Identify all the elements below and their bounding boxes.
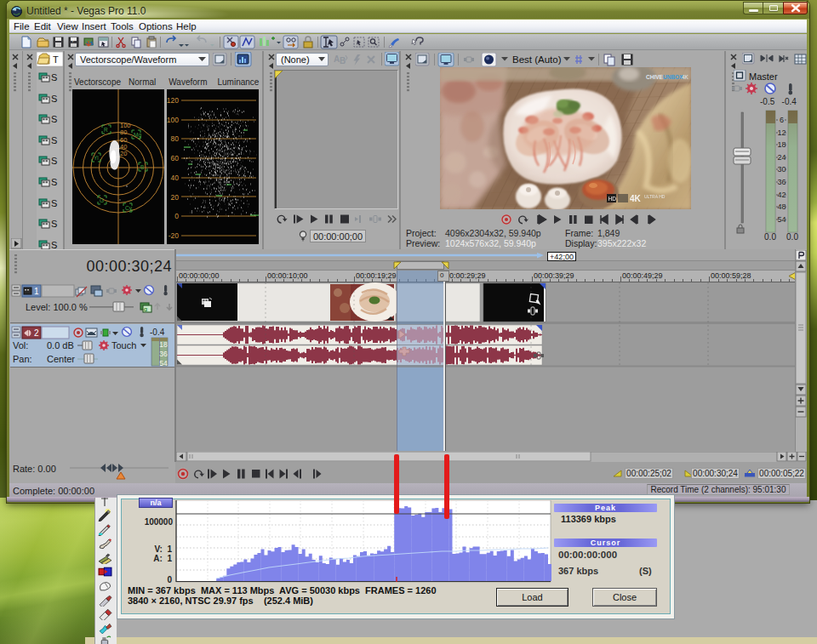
- svg-text:120: 120: [167, 96, 179, 105]
- svg-text:36: 36: [159, 350, 168, 358]
- svg-text:0.0 dB: 0.0 dB: [47, 340, 74, 350]
- svg-text:S: S: [51, 219, 57, 229]
- svg-text:Best (Auto): Best (Auto): [512, 54, 562, 65]
- svg-text:54: 54: [159, 359, 168, 367]
- svg-text:60: 60: [171, 154, 180, 162]
- svg-text:-0.4: -0.4: [150, 328, 165, 337]
- svg-text:S: S: [51, 72, 57, 83]
- svg-text:CHIVE: CHIVE: [646, 74, 664, 80]
- svg-text:?: ?: [71, 38, 74, 43]
- svg-text:00:00:29;29: 00:00:29;29: [445, 271, 486, 280]
- svg-text:S: S: [51, 198, 57, 208]
- svg-text:6: 6: [780, 116, 784, 124]
- svg-text:1: 1: [34, 287, 39, 296]
- svg-text:20: 20: [171, 193, 180, 202]
- svg-text:4K: 4K: [682, 74, 689, 80]
- svg-text:S: S: [51, 94, 57, 104]
- svg-text:0.0: 0.0: [764, 232, 776, 242]
- svg-text:2: 2: [34, 328, 39, 338]
- svg-text:00:00:49;29: 00:00:49;29: [622, 271, 663, 280]
- svg-text:0.0: 0.0: [786, 232, 798, 242]
- svg-text:Level: 100.0 %: Level: 100.0 %: [26, 302, 88, 312]
- svg-text:B: B: [140, 164, 144, 170]
- svg-text:R: R: [104, 127, 108, 133]
- svg-text:00:00:00;00: 00:00:00;00: [179, 271, 220, 280]
- svg-text:T: T: [53, 54, 59, 65]
- svg-text:Center: Center: [47, 354, 75, 364]
- svg-text:80: 80: [171, 134, 180, 143]
- svg-text:Touch: Touch: [111, 340, 136, 350]
- svg-text:S: S: [51, 135, 57, 145]
- svg-text:80: 80: [120, 128, 127, 136]
- svg-text:Vol:: Vol:: [13, 340, 28, 350]
- svg-text:-20: -20: [169, 231, 180, 240]
- svg-text:00:00:39;29: 00:00:39;29: [534, 271, 574, 280]
- svg-text:40: 40: [171, 174, 180, 182]
- svg-text:00:00:19;29: 00:00:19;29: [356, 271, 397, 280]
- svg-text:Pan:: Pan:: [13, 354, 32, 364]
- svg-text:100: 100: [167, 116, 179, 124]
- svg-text:HD: HD: [608, 196, 617, 202]
- svg-text:α: α: [144, 306, 147, 312]
- svg-text:4K: 4K: [630, 194, 642, 203]
- svg-text:S: S: [51, 177, 57, 187]
- svg-text:20: 20: [120, 150, 127, 157]
- svg-text:ULTRA HD: ULTRA HD: [644, 194, 666, 199]
- svg-text:UNBOX: UNBOX: [663, 74, 683, 80]
- svg-text:S: S: [51, 156, 57, 166]
- svg-text:0: 0: [174, 212, 179, 220]
- svg-text:00:00:10;00: 00:00:10;00: [267, 271, 308, 280]
- svg-text:S: S: [51, 114, 57, 124]
- svg-text:Mg: Mg: [134, 132, 141, 139]
- svg-text:G: G: [100, 197, 104, 203]
- svg-text:S: S: [51, 240, 57, 249]
- svg-text:Cy: Cy: [125, 205, 133, 212]
- svg-text:Yl: Yl: [94, 155, 99, 161]
- svg-text:18: 18: [159, 340, 168, 349]
- svg-text:00:00:59;28: 00:00:59;28: [711, 271, 751, 280]
- svg-text:B: B: [340, 56, 346, 66]
